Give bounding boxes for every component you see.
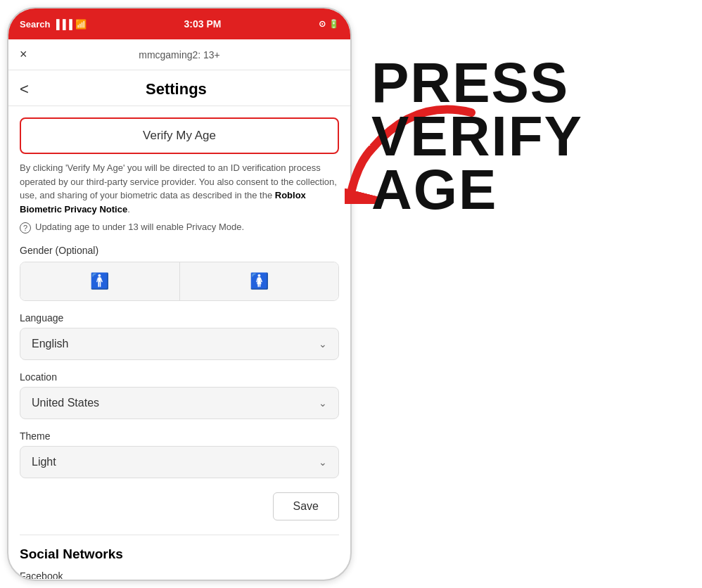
- theme-label: Theme: [20, 430, 339, 442]
- save-row: Save: [20, 492, 339, 520]
- settings-header: < Settings: [8, 70, 350, 106]
- status-time: 3:03 PM: [184, 18, 222, 30]
- language-section: Language English ⌄: [20, 312, 339, 360]
- status-right: ⊙ 🔋: [319, 19, 339, 29]
- social-networks-header: Social Networks: [20, 535, 339, 562]
- wifi-icon: 📶: [75, 19, 87, 30]
- carrier-label: Search: [20, 19, 50, 30]
- location-icon: ⊙: [319, 19, 326, 29]
- female-gender-button[interactable]: 🚺: [180, 262, 339, 300]
- verify-description: By clicking 'Verify My Age' you will be …: [20, 161, 339, 216]
- theme-dropdown[interactable]: Light ⌄: [20, 446, 339, 478]
- theme-value: Light: [32, 456, 56, 468]
- verify-age-button[interactable]: Verify My Age: [20, 117, 339, 154]
- signal-icon: ▐▐▐: [53, 19, 72, 30]
- location-label: Location: [20, 371, 339, 383]
- theme-section: Theme Light ⌄: [20, 430, 339, 478]
- location-dropdown[interactable]: United States ⌄: [20, 387, 339, 419]
- location-value: United States: [32, 397, 99, 409]
- annotation-text: PRESS VERIFY AGE: [371, 56, 688, 217]
- status-bar: Search ▐▐▐ 📶 3:03 PM ⊙ 🔋: [8, 8, 350, 39]
- chevron-down-icon: ⌄: [319, 338, 327, 350]
- facebook-label: Facebook: [20, 570, 339, 579]
- info-icon: ?: [20, 222, 31, 234]
- gender-selector: 🚹 🚺: [20, 262, 339, 301]
- back-button[interactable]: <: [20, 80, 29, 98]
- chevron-down-icon-3: ⌄: [319, 456, 327, 468]
- status-left: Search ▐▐▐ 📶: [20, 19, 87, 30]
- battery-icon: 🔋: [328, 19, 339, 29]
- page-title: Settings: [36, 80, 317, 98]
- language-dropdown[interactable]: English ⌄: [20, 328, 339, 360]
- top-bar: × mmcgaming2: 13+: [8, 39, 350, 70]
- male-icon: 🚹: [90, 272, 109, 290]
- chevron-down-icon-2: ⌄: [319, 397, 327, 409]
- close-button[interactable]: ×: [20, 47, 27, 62]
- location-section: Location United States ⌄: [20, 371, 339, 419]
- gender-label: Gender (Optional): [20, 245, 339, 256]
- language-value: English: [32, 338, 68, 350]
- privacy-note: ? Updating age to under 13 will enable P…: [20, 222, 339, 234]
- phone-frame: Search ▐▐▐ 📶 3:03 PM ⊙ 🔋 × mmcgaming2: 1…: [7, 7, 352, 581]
- male-gender-button[interactable]: 🚹: [20, 262, 180, 300]
- female-icon: 🚺: [250, 272, 269, 290]
- settings-content: Verify My Age By clicking 'Verify My Age…: [8, 106, 350, 579]
- save-button[interactable]: Save: [273, 492, 339, 520]
- username-label: mmcgaming2: 13+: [139, 49, 220, 60]
- language-label: Language: [20, 312, 339, 324]
